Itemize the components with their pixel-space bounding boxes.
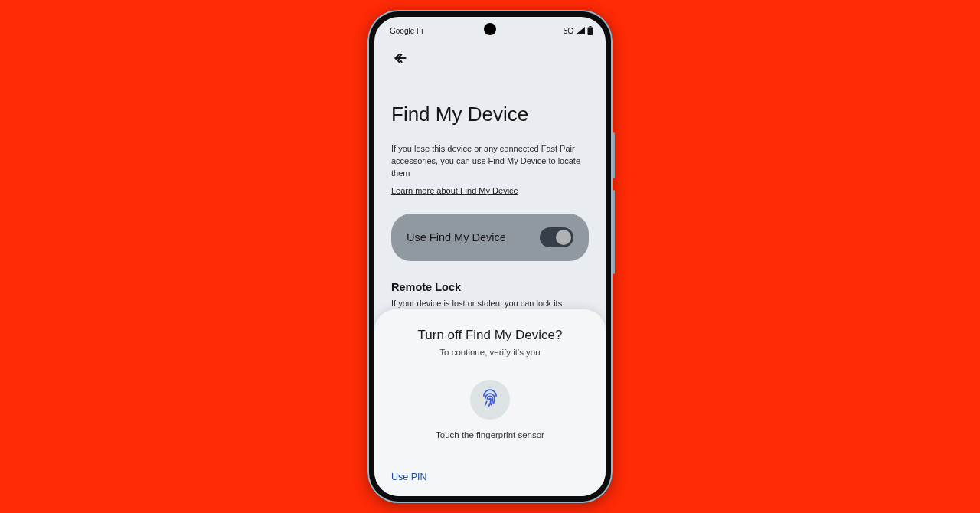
learn-more-link[interactable]: Learn more about Find My Device (391, 186, 518, 195)
fingerprint-hint: Touch the fingerprint sensor (391, 430, 589, 439)
page-description: If you lose this device or any connected… (391, 143, 589, 180)
toggle-label: Use Find My Device (407, 231, 506, 243)
arrow-left-icon (393, 51, 408, 69)
biometric-bottom-sheet: Turn off Find My Device? To continue, ve… (374, 309, 606, 496)
use-pin-button[interactable]: Use PIN (391, 472, 589, 482)
svg-rect-0 (590, 26, 592, 28)
battery-icon (587, 26, 593, 35)
remote-lock-heading: Remote Lock (391, 281, 589, 293)
fingerprint-sensor[interactable] (470, 380, 510, 420)
phone-frame: Google Fi 5G Find My Device If you lose … (368, 10, 612, 503)
back-button[interactable] (391, 51, 410, 69)
network-label: 5G (564, 27, 573, 35)
page-title: Find My Device (391, 103, 589, 126)
carrier-label: Google Fi (390, 27, 423, 35)
use-find-my-device-switch[interactable] (540, 227, 573, 247)
svg-rect-1 (588, 28, 593, 36)
sheet-title: Turn off Find My Device? (391, 328, 589, 343)
use-find-my-device-row[interactable]: Use Find My Device (391, 214, 589, 261)
signal-icon (576, 27, 585, 34)
sheet-subtitle: To continue, verify it's you (391, 348, 589, 357)
fingerprint-icon (480, 388, 500, 411)
phone-screen: Google Fi 5G Find My Device If you lose … (374, 17, 606, 496)
front-camera (484, 23, 496, 35)
status-right: 5G (564, 26, 593, 35)
